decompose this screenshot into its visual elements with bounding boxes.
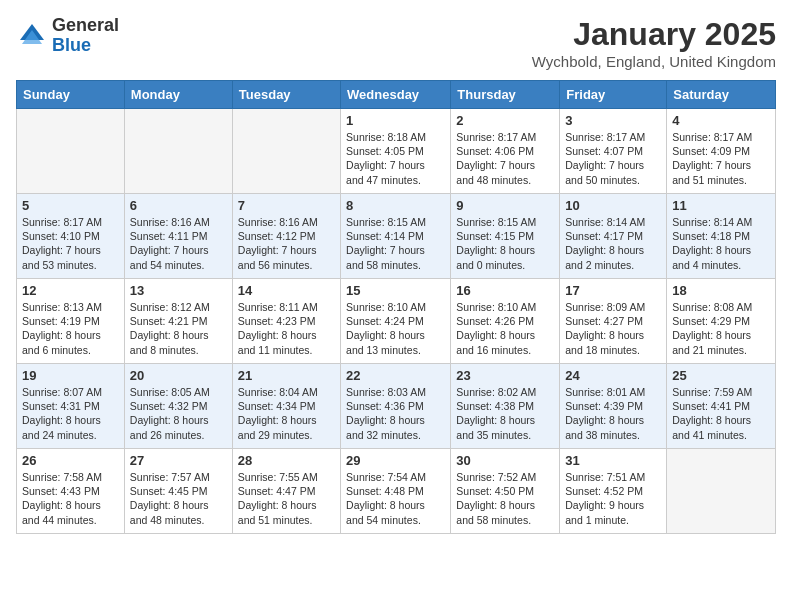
- day-cell: 26Sunrise: 7:58 AM Sunset: 4:43 PM Dayli…: [17, 449, 125, 534]
- day-info: Sunrise: 7:58 AM Sunset: 4:43 PM Dayligh…: [22, 470, 119, 527]
- header-tuesday: Tuesday: [232, 81, 340, 109]
- day-info: Sunrise: 7:59 AM Sunset: 4:41 PM Dayligh…: [672, 385, 770, 442]
- header-saturday: Saturday: [667, 81, 776, 109]
- week-row-4: 19Sunrise: 8:07 AM Sunset: 4:31 PM Dayli…: [17, 364, 776, 449]
- day-info: Sunrise: 8:18 AM Sunset: 4:05 PM Dayligh…: [346, 130, 445, 187]
- day-cell: 24Sunrise: 8:01 AM Sunset: 4:39 PM Dayli…: [560, 364, 667, 449]
- day-cell: 31Sunrise: 7:51 AM Sunset: 4:52 PM Dayli…: [560, 449, 667, 534]
- day-number: 31: [565, 453, 661, 468]
- day-cell: 22Sunrise: 8:03 AM Sunset: 4:36 PM Dayli…: [341, 364, 451, 449]
- day-info: Sunrise: 7:52 AM Sunset: 4:50 PM Dayligh…: [456, 470, 554, 527]
- day-info: Sunrise: 8:15 AM Sunset: 4:15 PM Dayligh…: [456, 215, 554, 272]
- day-cell: 12Sunrise: 8:13 AM Sunset: 4:19 PM Dayli…: [17, 279, 125, 364]
- day-number: 12: [22, 283, 119, 298]
- day-info: Sunrise: 8:14 AM Sunset: 4:18 PM Dayligh…: [672, 215, 770, 272]
- day-info: Sunrise: 8:10 AM Sunset: 4:26 PM Dayligh…: [456, 300, 554, 357]
- day-number: 5: [22, 198, 119, 213]
- day-info: Sunrise: 8:17 AM Sunset: 4:09 PM Dayligh…: [672, 130, 770, 187]
- day-cell: [17, 109, 125, 194]
- day-info: Sunrise: 8:16 AM Sunset: 4:11 PM Dayligh…: [130, 215, 227, 272]
- day-info: Sunrise: 8:02 AM Sunset: 4:38 PM Dayligh…: [456, 385, 554, 442]
- day-cell: 21Sunrise: 8:04 AM Sunset: 4:34 PM Dayli…: [232, 364, 340, 449]
- day-number: 8: [346, 198, 445, 213]
- header-monday: Monday: [124, 81, 232, 109]
- day-number: 7: [238, 198, 335, 213]
- month-title: January 2025: [532, 16, 776, 53]
- day-number: 15: [346, 283, 445, 298]
- day-info: Sunrise: 7:55 AM Sunset: 4:47 PM Dayligh…: [238, 470, 335, 527]
- day-number: 27: [130, 453, 227, 468]
- logo-blue: Blue: [52, 36, 119, 56]
- day-number: 20: [130, 368, 227, 383]
- page-header: General Blue January 2025 Wychbold, Engl…: [16, 16, 776, 70]
- location: Wychbold, England, United Kingdom: [532, 53, 776, 70]
- day-number: 1: [346, 113, 445, 128]
- day-cell: [667, 449, 776, 534]
- day-cell: 29Sunrise: 7:54 AM Sunset: 4:48 PM Dayli…: [341, 449, 451, 534]
- header-sunday: Sunday: [17, 81, 125, 109]
- day-cell: 1Sunrise: 8:18 AM Sunset: 4:05 PM Daylig…: [341, 109, 451, 194]
- day-cell: 6Sunrise: 8:16 AM Sunset: 4:11 PM Daylig…: [124, 194, 232, 279]
- day-number: 16: [456, 283, 554, 298]
- logo: General Blue: [16, 16, 119, 56]
- day-info: Sunrise: 7:51 AM Sunset: 4:52 PM Dayligh…: [565, 470, 661, 527]
- day-info: Sunrise: 8:14 AM Sunset: 4:17 PM Dayligh…: [565, 215, 661, 272]
- day-cell: 8Sunrise: 8:15 AM Sunset: 4:14 PM Daylig…: [341, 194, 451, 279]
- day-cell: 19Sunrise: 8:07 AM Sunset: 4:31 PM Dayli…: [17, 364, 125, 449]
- header-thursday: Thursday: [451, 81, 560, 109]
- day-cell: 30Sunrise: 7:52 AM Sunset: 4:50 PM Dayli…: [451, 449, 560, 534]
- day-number: 28: [238, 453, 335, 468]
- day-cell: 4Sunrise: 8:17 AM Sunset: 4:09 PM Daylig…: [667, 109, 776, 194]
- day-info: Sunrise: 8:16 AM Sunset: 4:12 PM Dayligh…: [238, 215, 335, 272]
- day-info: Sunrise: 8:12 AM Sunset: 4:21 PM Dayligh…: [130, 300, 227, 357]
- day-number: 6: [130, 198, 227, 213]
- day-cell: 9Sunrise: 8:15 AM Sunset: 4:15 PM Daylig…: [451, 194, 560, 279]
- day-number: 30: [456, 453, 554, 468]
- day-number: 23: [456, 368, 554, 383]
- week-row-1: 1Sunrise: 8:18 AM Sunset: 4:05 PM Daylig…: [17, 109, 776, 194]
- day-info: Sunrise: 8:03 AM Sunset: 4:36 PM Dayligh…: [346, 385, 445, 442]
- day-info: Sunrise: 8:07 AM Sunset: 4:31 PM Dayligh…: [22, 385, 119, 442]
- day-cell: 20Sunrise: 8:05 AM Sunset: 4:32 PM Dayli…: [124, 364, 232, 449]
- day-info: Sunrise: 8:17 AM Sunset: 4:06 PM Dayligh…: [456, 130, 554, 187]
- day-cell: 23Sunrise: 8:02 AM Sunset: 4:38 PM Dayli…: [451, 364, 560, 449]
- calendar-header-row: SundayMondayTuesdayWednesdayThursdayFrid…: [17, 81, 776, 109]
- day-number: 11: [672, 198, 770, 213]
- day-number: 21: [238, 368, 335, 383]
- day-number: 26: [22, 453, 119, 468]
- day-info: Sunrise: 7:54 AM Sunset: 4:48 PM Dayligh…: [346, 470, 445, 527]
- day-cell: 10Sunrise: 8:14 AM Sunset: 4:17 PM Dayli…: [560, 194, 667, 279]
- day-number: 18: [672, 283, 770, 298]
- logo-icon: [16, 20, 48, 52]
- week-row-3: 12Sunrise: 8:13 AM Sunset: 4:19 PM Dayli…: [17, 279, 776, 364]
- day-cell: 11Sunrise: 8:14 AM Sunset: 4:18 PM Dayli…: [667, 194, 776, 279]
- day-info: Sunrise: 8:01 AM Sunset: 4:39 PM Dayligh…: [565, 385, 661, 442]
- day-info: Sunrise: 8:05 AM Sunset: 4:32 PM Dayligh…: [130, 385, 227, 442]
- calendar: SundayMondayTuesdayWednesdayThursdayFrid…: [16, 80, 776, 534]
- day-cell: [124, 109, 232, 194]
- day-cell: [232, 109, 340, 194]
- day-cell: 14Sunrise: 8:11 AM Sunset: 4:23 PM Dayli…: [232, 279, 340, 364]
- week-row-2: 5Sunrise: 8:17 AM Sunset: 4:10 PM Daylig…: [17, 194, 776, 279]
- day-number: 10: [565, 198, 661, 213]
- day-cell: 28Sunrise: 7:55 AM Sunset: 4:47 PM Dayli…: [232, 449, 340, 534]
- header-friday: Friday: [560, 81, 667, 109]
- day-number: 14: [238, 283, 335, 298]
- day-info: Sunrise: 8:13 AM Sunset: 4:19 PM Dayligh…: [22, 300, 119, 357]
- day-cell: 5Sunrise: 8:17 AM Sunset: 4:10 PM Daylig…: [17, 194, 125, 279]
- day-cell: 15Sunrise: 8:10 AM Sunset: 4:24 PM Dayli…: [341, 279, 451, 364]
- day-number: 3: [565, 113, 661, 128]
- day-number: 24: [565, 368, 661, 383]
- logo-general: General: [52, 16, 119, 36]
- day-cell: 25Sunrise: 7:59 AM Sunset: 4:41 PM Dayli…: [667, 364, 776, 449]
- title-section: January 2025 Wychbold, England, United K…: [532, 16, 776, 70]
- day-number: 4: [672, 113, 770, 128]
- day-cell: 27Sunrise: 7:57 AM Sunset: 4:45 PM Dayli…: [124, 449, 232, 534]
- day-info: Sunrise: 8:17 AM Sunset: 4:10 PM Dayligh…: [22, 215, 119, 272]
- day-number: 19: [22, 368, 119, 383]
- day-number: 29: [346, 453, 445, 468]
- day-info: Sunrise: 8:17 AM Sunset: 4:07 PM Dayligh…: [565, 130, 661, 187]
- day-number: 22: [346, 368, 445, 383]
- day-info: Sunrise: 8:09 AM Sunset: 4:27 PM Dayligh…: [565, 300, 661, 357]
- day-info: Sunrise: 8:15 AM Sunset: 4:14 PM Dayligh…: [346, 215, 445, 272]
